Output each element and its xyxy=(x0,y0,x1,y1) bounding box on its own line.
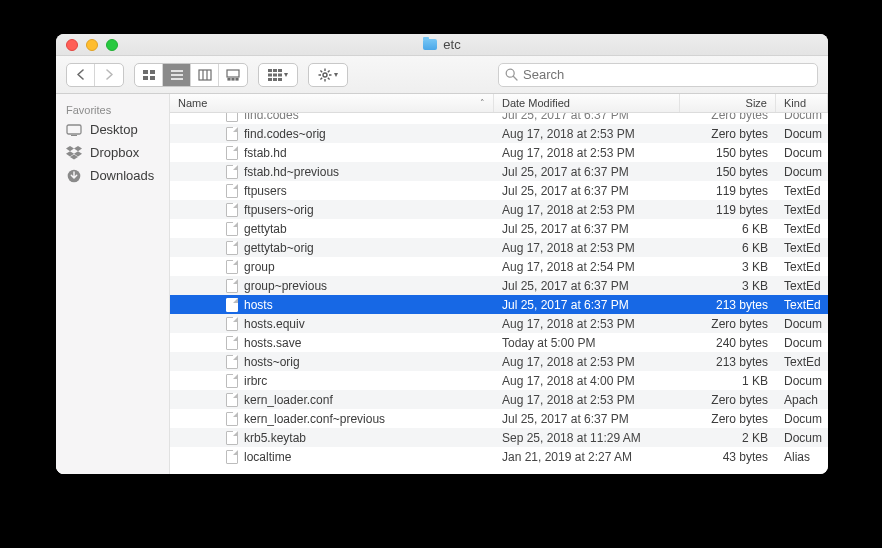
svg-rect-11 xyxy=(228,78,230,80)
file-size-cell: Zero bytes xyxy=(680,317,776,331)
svg-rect-10 xyxy=(227,70,239,77)
file-row[interactable]: gettytab~origAug 17, 2018 at 2:53 PM6 KB… xyxy=(170,238,828,257)
file-name-cell: find.codes xyxy=(170,113,494,122)
file-row[interactable]: hosts.saveToday at 5:00 PM240 bytesDocum xyxy=(170,333,828,352)
column-name[interactable]: Name ˄ xyxy=(170,94,494,112)
file-name: gettytab xyxy=(244,222,287,236)
file-size-cell: Zero bytes xyxy=(680,113,776,122)
file-row[interactable]: kern_loader.conf~previousJul 25, 2017 at… xyxy=(170,409,828,428)
file-icon xyxy=(226,260,238,274)
forward-button[interactable] xyxy=(95,64,123,86)
svg-line-31 xyxy=(320,77,322,79)
sidebar: Favorites DesktopDropboxDownloads xyxy=(56,94,170,474)
arrange-icon xyxy=(268,69,282,81)
file-date-cell: Aug 17, 2018 at 4:00 PM xyxy=(494,374,680,388)
file-kind-cell: Alias xyxy=(776,450,828,464)
file-icon xyxy=(226,431,238,445)
traffic-lights xyxy=(56,39,118,51)
minimize-button[interactable] xyxy=(86,39,98,51)
file-row[interactable]: group~previousJul 25, 2017 at 6:37 PM3 K… xyxy=(170,276,828,295)
file-row[interactable]: ftpusers~origAug 17, 2018 at 2:53 PM119 … xyxy=(170,200,828,219)
file-row[interactable]: ftpusersJul 25, 2017 at 6:37 PM119 bytes… xyxy=(170,181,828,200)
desktop-icon xyxy=(66,124,82,136)
sidebar-item-downloads[interactable]: Downloads xyxy=(56,164,169,187)
file-icon xyxy=(226,203,238,217)
file-icon xyxy=(226,222,238,236)
svg-rect-2 xyxy=(143,76,148,80)
file-name-cell: localtime xyxy=(170,450,494,464)
file-row[interactable]: hostsJul 25, 2017 at 6:37 PM213 bytesTex… xyxy=(170,295,828,314)
file-name: fstab.hd~previous xyxy=(244,165,339,179)
file-name: hosts.equiv xyxy=(244,317,305,331)
file-row[interactable]: irbrcAug 17, 2018 at 4:00 PM1 KBDocum xyxy=(170,371,828,390)
close-button[interactable] xyxy=(66,39,78,51)
svg-rect-14 xyxy=(268,69,272,72)
file-row[interactable]: fstab.hdAug 17, 2018 at 2:53 PM150 bytes… xyxy=(170,143,828,162)
file-row[interactable]: hosts.equivAug 17, 2018 at 2:53 PMZero b… xyxy=(170,314,828,333)
action-menu[interactable]: ▾ xyxy=(308,63,348,87)
action-button[interactable]: ▾ xyxy=(309,64,347,86)
icon-view-button[interactable] xyxy=(135,64,163,86)
file-row[interactable]: gettytabJul 25, 2017 at 6:37 PM6 KBTextE… xyxy=(170,219,828,238)
file-kind-cell: TextEd xyxy=(776,184,828,198)
file-name: group xyxy=(244,260,275,274)
column-date[interactable]: Date Modified xyxy=(494,94,680,112)
file-row[interactable]: find.codes~origAug 17, 2018 at 2:53 PMZe… xyxy=(170,124,828,143)
svg-marker-36 xyxy=(66,146,74,151)
file-row[interactable]: kern_loader.confAug 17, 2018 at 2:53 PMZ… xyxy=(170,390,828,409)
file-icon xyxy=(226,113,238,122)
svg-line-28 xyxy=(320,70,322,72)
column-size[interactable]: Size xyxy=(680,94,776,112)
file-size-cell: 150 bytes xyxy=(680,165,776,179)
column-kind[interactable]: Kind xyxy=(776,94,828,112)
file-size-cell: 213 bytes xyxy=(680,298,776,312)
svg-rect-3 xyxy=(150,76,155,80)
chevron-right-icon xyxy=(105,69,114,80)
file-size-cell: Zero bytes xyxy=(680,127,776,141)
file-row[interactable]: krb5.keytabSep 25, 2018 at 11:29 AM2 KBD… xyxy=(170,428,828,447)
svg-rect-19 xyxy=(278,73,282,76)
file-kind-cell: TextEd xyxy=(776,241,828,255)
file-icon xyxy=(226,393,238,407)
file-size-cell: 43 bytes xyxy=(680,450,776,464)
file-kind-cell: TextEd xyxy=(776,203,828,217)
svg-rect-0 xyxy=(143,70,148,74)
file-name-cell: group~previous xyxy=(170,279,494,293)
search-input[interactable] xyxy=(523,67,811,82)
arrange-menu[interactable]: ▾ xyxy=(258,63,298,87)
file-rows[interactable]: find.codesJul 25, 2017 at 6:37 PMZero by… xyxy=(170,113,828,474)
zoom-button[interactable] xyxy=(106,39,118,51)
dropbox-icon xyxy=(66,147,82,159)
folder-icon xyxy=(423,39,437,50)
toolbar: ▾ ▾ xyxy=(56,56,828,94)
file-row[interactable]: fstab.hd~previousJul 25, 2017 at 6:37 PM… xyxy=(170,162,828,181)
file-row[interactable]: find.codesJul 25, 2017 at 6:37 PMZero by… xyxy=(170,113,828,124)
file-name: kern_loader.conf xyxy=(244,393,333,407)
back-button[interactable] xyxy=(67,64,95,86)
file-icon xyxy=(226,317,238,331)
arrange-button[interactable]: ▾ xyxy=(259,64,297,86)
file-name-cell: ftpusers xyxy=(170,184,494,198)
file-row[interactable]: hosts~origAug 17, 2018 at 2:53 PM213 byt… xyxy=(170,352,828,371)
search-field[interactable] xyxy=(498,63,818,87)
svg-rect-15 xyxy=(273,69,277,72)
file-date-cell: Jul 25, 2017 at 6:37 PM xyxy=(494,184,680,198)
sidebar-item-dropbox[interactable]: Dropbox xyxy=(56,141,169,164)
column-view-button[interactable] xyxy=(191,64,219,86)
list-view-button[interactable] xyxy=(163,64,191,86)
file-kind-cell: Docum xyxy=(776,127,828,141)
sidebar-item-label: Desktop xyxy=(90,122,138,137)
gallery-view-button[interactable] xyxy=(219,64,247,86)
file-name-cell: fstab.hd~previous xyxy=(170,165,494,179)
file-name: ftpusers xyxy=(244,184,287,198)
file-row[interactable]: groupAug 17, 2018 at 2:54 PM3 KBTextEd xyxy=(170,257,828,276)
gear-icon xyxy=(318,68,332,82)
chevron-down-icon: ▾ xyxy=(284,70,288,79)
file-row[interactable]: localtimeJan 21, 2019 at 2:27 AM43 bytes… xyxy=(170,447,828,466)
sidebar-item-desktop[interactable]: Desktop xyxy=(56,118,169,141)
file-name: hosts~orig xyxy=(244,355,300,369)
file-name-cell: gettytab~orig xyxy=(170,241,494,255)
file-name-cell: kern_loader.conf xyxy=(170,393,494,407)
downloads-icon xyxy=(66,170,82,182)
svg-rect-21 xyxy=(273,78,277,81)
